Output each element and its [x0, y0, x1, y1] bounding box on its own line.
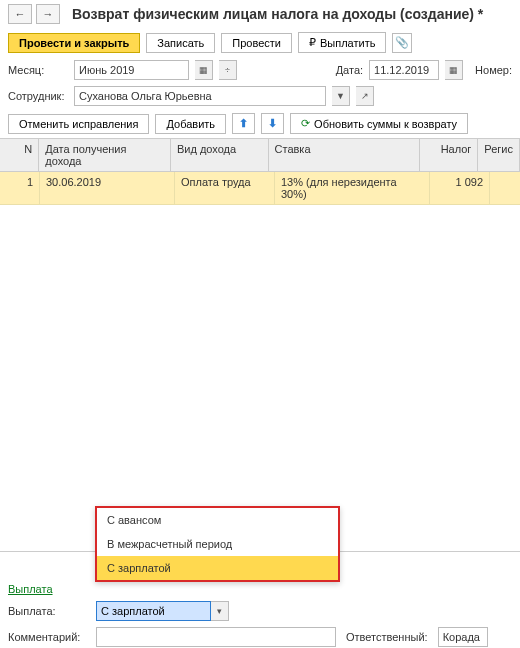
- nomer-label: Номер:: [475, 64, 512, 76]
- refresh-icon: ⟳: [301, 117, 310, 130]
- dropdown-opt-zarplata[interactable]: С зарплатой: [97, 556, 338, 580]
- provesti-button[interactable]: Провести: [221, 33, 292, 53]
- vyplatit-label: Выплатить: [320, 37, 375, 49]
- row-vyplata: Выплата: С зарплатой ▾: [0, 598, 520, 624]
- grid-area: 1 30.06.2019 Оплата труда 13% (для нерез…: [0, 172, 520, 552]
- dropdown-opt-avans[interactable]: С авансом: [97, 508, 338, 532]
- mesyats-label: Месяц:: [8, 64, 68, 76]
- th-date[interactable]: Дата получения дохода: [39, 139, 171, 171]
- page-title: Возврат физическим лицам налога на доход…: [72, 6, 483, 22]
- calendar-icon-2[interactable]: ▦: [445, 60, 463, 80]
- stepper-icon[interactable]: ÷: [219, 60, 237, 80]
- data-label: Дата:: [336, 64, 363, 76]
- vyplata-label: Выплата:: [8, 605, 86, 617]
- otvet-label: Ответственный:: [346, 631, 428, 643]
- move-up-button[interactable]: ⬆: [232, 113, 255, 134]
- obnovit-button[interactable]: ⟳ Обновить суммы к возврату: [290, 113, 468, 134]
- open-ref-icon[interactable]: ↗: [356, 86, 374, 106]
- mesyats-input[interactable]: Июнь 2019: [74, 60, 189, 80]
- otmenit-button[interactable]: Отменить исправления: [8, 114, 149, 134]
- sotrudnik-input[interactable]: Суханова Ольга Юрьевна: [74, 86, 326, 106]
- cell-date: 30.06.2019: [40, 172, 175, 204]
- topbar: ← → Возврат физическим лицам налога на д…: [0, 0, 520, 28]
- vyplata-section-link[interactable]: Выплата: [0, 580, 61, 598]
- th-n[interactable]: N: [0, 139, 39, 171]
- dropdown-opt-mezhraschet[interactable]: В межрасчетный период: [97, 532, 338, 556]
- cell-n: 1: [0, 172, 40, 204]
- dobavit-button[interactable]: Добавить: [155, 114, 226, 134]
- otvet-input[interactable]: Корада: [438, 627, 488, 647]
- attach-icon[interactable]: 📎: [392, 33, 412, 53]
- calendar-icon[interactable]: ▦: [195, 60, 213, 80]
- th-tax[interactable]: Налог: [420, 139, 479, 171]
- data-input[interactable]: 11.12.2019: [369, 60, 439, 80]
- zapisat-button[interactable]: Записать: [146, 33, 215, 53]
- th-rate[interactable]: Ставка: [269, 139, 420, 171]
- main-toolbar: Провести и закрыть Записать Провести ₽ В…: [0, 28, 520, 57]
- chevron-down-icon-2[interactable]: ▾: [211, 601, 229, 621]
- komment-label: Комментарий:: [8, 631, 86, 643]
- arrow-up-icon: ⬆: [239, 117, 248, 130]
- obnovit-label: Обновить суммы к возврату: [314, 118, 457, 130]
- arrow-down-icon: ⬇: [268, 117, 277, 130]
- chevron-down-icon[interactable]: ▼: [332, 86, 350, 106]
- move-down-button[interactable]: ⬇: [261, 113, 284, 134]
- row-mesyats: Месяц: Июнь 2019 ▦ ÷ Дата: 11.12.2019 ▦ …: [0, 57, 520, 83]
- vyplata-dropdown: С авансом В межрасчетный период С зарпла…: [95, 506, 340, 582]
- provesti-zakryt-button[interactable]: Провести и закрыть: [8, 33, 140, 53]
- th-regis[interactable]: Регис: [478, 139, 520, 171]
- vyplatit-button[interactable]: ₽ Выплатить: [298, 32, 386, 53]
- sotrudnik-label: Сотрудник:: [8, 90, 68, 102]
- komment-input[interactable]: [96, 627, 336, 647]
- table-row[interactable]: 1 30.06.2019 Оплата труда 13% (для нерез…: [0, 172, 520, 205]
- th-type[interactable]: Вид дохода: [171, 139, 269, 171]
- nav-back-button[interactable]: ←: [8, 4, 32, 24]
- table-header: N Дата получения дохода Вид дохода Ставк…: [0, 138, 520, 172]
- nav-forward-button[interactable]: →: [36, 4, 60, 24]
- cell-tax: 1 092: [430, 172, 490, 204]
- cell-type: Оплата труда: [175, 172, 275, 204]
- cell-rate: 13% (для нерезидента 30%): [275, 172, 430, 204]
- row-sotrudnik: Сотрудник: Суханова Ольга Юрьевна ▼ ↗: [0, 83, 520, 109]
- vyplata-input[interactable]: С зарплатой: [96, 601, 211, 621]
- sub-toolbar: Отменить исправления Добавить ⬆ ⬇ ⟳ Обно…: [0, 109, 520, 138]
- row-footer: Комментарий: Ответственный: Корада: [0, 624, 520, 648]
- ruble-icon: ₽: [309, 36, 316, 49]
